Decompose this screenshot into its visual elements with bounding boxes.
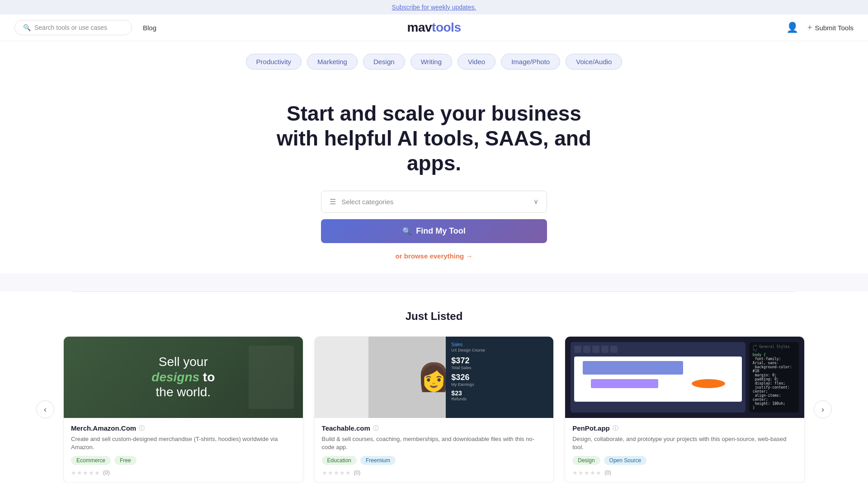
category-icon: ☰: [330, 198, 336, 206]
tool-card-title-row-teachable: Teachable.com ⓘ: [322, 424, 547, 432]
user-icon-button[interactable]: 👤: [786, 22, 798, 33]
rating-count-penpot: (0): [604, 469, 611, 476]
search-icon: 🔍: [23, 24, 31, 31]
penpot-ui-mockup: [571, 342, 745, 413]
tool-carousel: ‹ Sell your designs to the world. Merch.…: [36, 336, 832, 483]
info-icon-penpot[interactable]: ⓘ: [613, 424, 618, 432]
category-writing[interactable]: Writing: [410, 54, 452, 70]
category-design[interactable]: Design: [363, 54, 405, 70]
tool-desc-merch: Create and sell custom-designed merchand…: [71, 435, 296, 451]
penpot-code-panel: /* General Styles */ body { font-family:…: [749, 342, 799, 413]
tool-desc-teachable: Build & sell courses, coaching, membersh…: [322, 435, 547, 451]
tool-desc-penpot: Design, collaborate, and prototype your …: [572, 435, 797, 451]
category-marketing[interactable]: Marketing: [307, 54, 358, 70]
tool-card-merch-amazon: Sell your designs to the world. Merch.Am…: [63, 336, 303, 483]
logo-mav: mav: [407, 20, 432, 34]
user-icon: 👤: [786, 22, 798, 33]
tool-cards-container: Sell your designs to the world. Merch.Am…: [54, 336, 814, 483]
stars-merch: ★★★★★: [71, 469, 100, 476]
tag-freemium[interactable]: Freemium: [360, 456, 396, 465]
search-icon: 🔍: [402, 227, 411, 235]
tool-card-teachable: 👩 Sales UX Design Course $372 Total Sale…: [314, 336, 554, 483]
tag-open-source[interactable]: Open Source: [604, 456, 647, 465]
penpot-canvas: [574, 357, 742, 402]
tool-card-body-teachable: Teachable.com ⓘ Build & sell courses, co…: [315, 418, 554, 483]
just-listed-section: Just Listed ‹ Sell your designs to the w…: [0, 292, 868, 488]
chevron-down-icon: ∨: [533, 197, 538, 206]
header-left: 🔍 Search tools or use cases Blog: [14, 20, 156, 35]
tool-tags-penpot: Design Open Source: [572, 456, 797, 465]
tag-education[interactable]: Education: [322, 456, 357, 465]
search-placeholder: Search tools or use cases: [34, 24, 107, 31]
category-image-photo[interactable]: Image/Photo: [501, 54, 560, 70]
tool-tags-teachable: Education Freemium: [322, 456, 547, 465]
subscribe-link[interactable]: Subscribe for weekly updates.: [392, 4, 476, 11]
top-banner: Subscribe for weekly updates.: [0, 0, 868, 14]
tool-card-body-merch: Merch.Amazon.Com ⓘ Create and sell custo…: [64, 418, 303, 483]
plus-icon: +: [807, 23, 812, 33]
hero-section: Start and scale your business with helpf…: [0, 79, 868, 273]
info-icon-teachable[interactable]: ⓘ: [373, 424, 379, 432]
teachable-stats-box: Sales UX Design Course $372 Total Sales …: [446, 337, 553, 418]
tool-card-image-penpot: /* General Styles */ body { font-family:…: [565, 337, 804, 418]
logo-tools: tools: [432, 20, 461, 34]
tool-rating-teachable: ★★★★★ (0): [322, 469, 547, 476]
category-productivity[interactable]: Productivity: [246, 54, 302, 70]
tool-name-teachable: Teachable.com: [322, 424, 370, 432]
category-voice-audio[interactable]: Voice/Audio: [566, 54, 622, 70]
tool-card-image-teachable: 👩 Sales UX Design Course $372 Total Sale…: [315, 337, 554, 418]
stars-penpot: ★★★★★: [572, 469, 602, 476]
tag-free[interactable]: Free: [114, 456, 137, 465]
tool-card-title-row-merch: Merch.Amazon.Com ⓘ: [71, 424, 296, 432]
select-categories-label: Select categories: [341, 198, 393, 206]
tool-card-title-row-penpot: PenPot.app ⓘ: [572, 424, 797, 432]
submit-tools-label: Submit Tools: [815, 24, 854, 32]
rating-count-teachable: (0): [354, 469, 361, 476]
carousel-prev-button[interactable]: ‹: [36, 400, 54, 418]
submit-tools-button[interactable]: + Submit Tools: [807, 23, 854, 33]
carousel-next-button[interactable]: ›: [814, 400, 832, 418]
rating-count-merch: (0): [103, 469, 110, 476]
tool-tags-merch: Ecommerce Free: [71, 456, 296, 465]
tool-name-merch: Merch.Amazon.Com: [71, 424, 136, 432]
tool-name-penpot: PenPot.app: [572, 424, 610, 432]
tool-card-image-merch: Sell your designs to the world.: [64, 337, 303, 418]
search-box[interactable]: 🔍 Search tools or use cases: [14, 20, 132, 35]
blog-link[interactable]: Blog: [143, 24, 156, 32]
logo: mavtools: [407, 20, 461, 35]
browse-everything-link[interactable]: or browse everything →: [9, 252, 859, 260]
header-right: 👤 + Submit Tools: [786, 22, 854, 33]
tool-card-body-penpot: PenPot.app ⓘ Design, collaborate, and pr…: [565, 418, 804, 483]
tag-ecommerce[interactable]: Ecommerce: [71, 456, 111, 465]
tool-rating-penpot: ★★★★★ (0): [572, 469, 797, 476]
stars-teachable: ★★★★★: [322, 469, 351, 476]
tool-card-penpot: /* General Styles */ body { font-family:…: [565, 336, 805, 483]
hero-title: Start and scale your business with helpf…: [276, 101, 592, 176]
find-tool-label: Find My Tool: [416, 226, 466, 236]
info-icon-merch[interactable]: ⓘ: [139, 424, 145, 432]
select-categories-dropdown[interactable]: ☰ Select categories ∨: [321, 191, 547, 213]
header: 🔍 Search tools or use cases Blog mavtool…: [0, 14, 868, 41]
penpot-toolbar: [574, 346, 742, 353]
tag-design[interactable]: Design: [572, 456, 600, 465]
just-listed-title: Just Listed: [36, 310, 832, 323]
find-my-tool-button[interactable]: 🔍 Find My Tool: [321, 219, 547, 243]
category-video[interactable]: Video: [458, 54, 495, 70]
tool-rating-merch: ★★★★★ (0): [71, 469, 296, 476]
category-nav: Productivity Marketing Design Writing Vi…: [0, 41, 868, 79]
